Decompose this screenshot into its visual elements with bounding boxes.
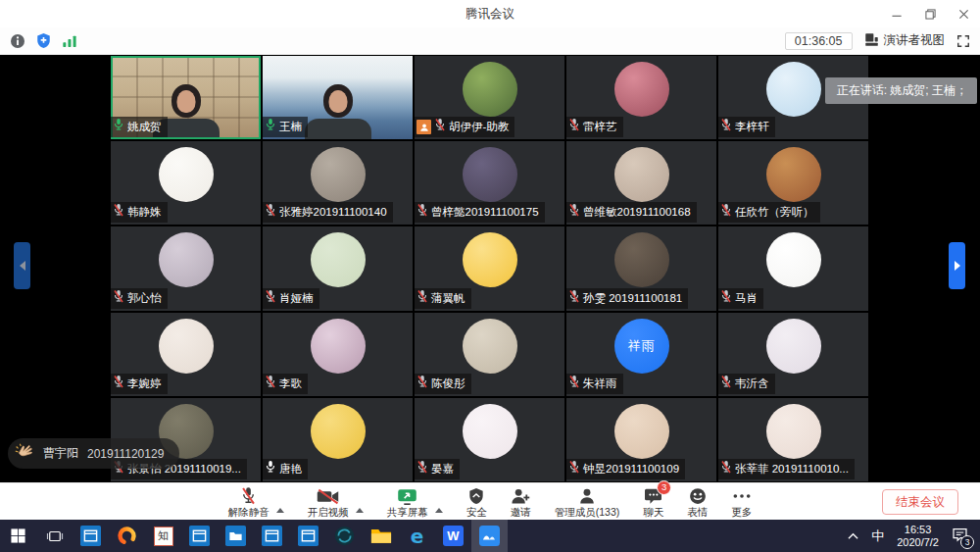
status-icons [10, 32, 77, 49]
mic-status-icon [113, 289, 124, 308]
chevron-left-icon [20, 261, 25, 271]
mic-status-icon [720, 289, 732, 308]
participant-name-label: 李婉婷 [111, 374, 168, 394]
participant-tile[interactable]: 钟昱201911100109 [566, 398, 716, 481]
participant-tile[interactable]: 韩静姝 [111, 141, 261, 225]
notification-badge: 3 [960, 535, 974, 549]
taskbar-icon-edge[interactable]: e [399, 520, 435, 552]
control-members[interactable]: 管理成员(133) [555, 484, 620, 520]
submenu-caret-start-video[interactable] [356, 493, 364, 508]
participant-name-label: 郭心怡 [111, 288, 168, 309]
minimize-button[interactable] [880, 0, 913, 27]
info-icon[interactable] [10, 33, 25, 49]
taskbar-icon-arc-browser[interactable] [109, 520, 145, 552]
participant-avatar [311, 319, 366, 374]
maximize-button[interactable] [913, 0, 947, 27]
control-invite[interactable]: 邀请 [511, 484, 531, 520]
control-security[interactable]: 安全 [466, 484, 487, 520]
submenu-caret-share-screen[interactable] [435, 493, 443, 508]
participant-tile[interactable]: 肖娅楠 [263, 226, 413, 310]
security-shield-icon[interactable] [36, 32, 51, 49]
participant-tile[interactable]: 晏嘉 [415, 398, 564, 481]
taskbar-icon-task-view[interactable] [36, 520, 73, 552]
control-label: 开启视频 [308, 506, 349, 520]
participant-tile[interactable]: 雷梓艺 [566, 56, 716, 139]
taskbar-icon-zhihu[interactable]: 知 [145, 520, 181, 552]
participant-avatar [766, 404, 821, 459]
reaction-user-id: 201911120129 [87, 447, 164, 461]
participant-name: 郭心怡 [127, 290, 162, 307]
participant-tile[interactable]: 胡伊伊-助教 [415, 56, 564, 139]
submenu-caret-unmute[interactable] [276, 493, 284, 508]
taskbar-icon-app-window[interactable] [254, 520, 290, 552]
taskbar-icon-dark-app[interactable] [326, 520, 363, 552]
next-page-arrow[interactable] [949, 242, 965, 289]
taskbar-icon-tencent-meeting[interactable] [471, 520, 508, 552]
participant-name-label: 姚成贺 [111, 117, 168, 137]
participant-name-label: 王楠 [263, 117, 308, 137]
participant-tile[interactable]: 陈俊彤 [415, 313, 564, 396]
taskbar-clock[interactable]: 16:53 2020/7/2 [897, 524, 939, 549]
previous-page-arrow[interactable] [14, 242, 30, 289]
taskbar-icon-file-explorer[interactable] [363, 520, 399, 552]
participant-tile[interactable]: 曾维敏201911100168 [566, 141, 716, 225]
system-tray: 中 16:53 2020/7/2 3 [848, 520, 980, 552]
participant-name-label: 李歌 [263, 374, 308, 394]
participant-name: 曾梓懿201911100175 [431, 204, 539, 221]
person-silhouette [301, 84, 375, 139]
mic-status-icon [568, 203, 580, 222]
participant-tile[interactable]: 孙雯 201911100181 [566, 226, 716, 310]
participant-tile[interactable]: 张莘菲 20191110010... [718, 398, 868, 481]
shield-dark-icon [468, 486, 484, 505]
taskbar-icon-start[interactable] [0, 520, 36, 552]
control-more[interactable]: 更多 [731, 484, 752, 520]
participant-name-label: 雷梓艺 [566, 117, 623, 137]
participant-tile[interactable]: 曾梓懿201911100175 [415, 141, 564, 225]
chat-icon: 3 [644, 486, 662, 505]
participant-tile[interactable]: 姚成贺 [111, 56, 261, 139]
control-share-screen[interactable]: 共享屏幕 [387, 484, 428, 520]
participant-name-label: 蒲翼帆 [415, 288, 471, 309]
control-start-video[interactable]: 开启视频 [308, 484, 349, 520]
taskbar-icon-folder-app[interactable] [218, 520, 254, 552]
participant-name: 韦沂含 [735, 376, 769, 392]
participant-name-label: 胡伊伊-助教 [415, 117, 514, 137]
controls: 解除静音开启视频共享屏幕安全邀请管理成员(133)3聊天表情更多 [217, 484, 764, 520]
speaker-view-button[interactable]: 演讲者视图 [864, 32, 946, 50]
status-right: 01:36:05 演讲者视图 [785, 32, 970, 50]
participant-tile[interactable]: 王楠 [263, 56, 413, 139]
action-center-button[interactable]: 3 [952, 527, 968, 545]
control-label: 解除静音 [228, 506, 270, 520]
participant-tile[interactable]: 唐艳 [263, 398, 413, 481]
participant-tile[interactable]: 韦沂含 [718, 313, 868, 396]
participant-tile[interactable]: 任欣竹（旁听） [718, 141, 868, 225]
taskbar-icon-app-window[interactable] [73, 520, 109, 552]
show-hidden-icons-button[interactable] [848, 532, 858, 540]
taskbar-icon-app-window[interactable] [290, 520, 326, 552]
close-button[interactable] [947, 0, 980, 27]
control-chat[interactable]: 3聊天 [643, 484, 663, 520]
participant-tile[interactable]: 郭心怡 [111, 226, 261, 310]
end-meeting-button[interactable]: 结束会议 [882, 489, 958, 515]
network-signal-icon[interactable] [62, 34, 77, 48]
taskbar-icon-wps[interactable]: W [435, 520, 471, 552]
participant-tile[interactable]: 马肖 [718, 226, 868, 310]
ime-indicator[interactable]: 中 [871, 527, 884, 545]
control-emoji[interactable]: 表情 [687, 484, 708, 520]
share-screen-icon [397, 486, 417, 505]
participant-name: 任欣竹（旁听） [735, 204, 814, 221]
participant-tile[interactable]: 李歌 [263, 313, 413, 396]
participant-name-label: 肖娅楠 [263, 288, 319, 309]
control-unmute[interactable]: 解除静音 [228, 484, 270, 520]
participant-tile[interactable]: 蒲翼帆 [415, 226, 564, 310]
meeting-status-bar: 01:36:05 演讲者视图 [0, 27, 980, 55]
fullscreen-button[interactable] [956, 34, 970, 48]
taskbar-time: 16:53 [897, 524, 939, 536]
participant-tile[interactable]: 李婉婷 [111, 313, 261, 396]
participant-tile[interactable]: 张雅婷201911100140 [263, 141, 413, 225]
chat-unread-badge: 3 [657, 480, 671, 495]
mic-status-icon [434, 118, 446, 136]
taskbar-icon-app-window[interactable] [181, 520, 218, 552]
mic-status-icon [720, 375, 732, 393]
participant-tile[interactable]: 祥雨 朱祥雨 [566, 313, 716, 396]
